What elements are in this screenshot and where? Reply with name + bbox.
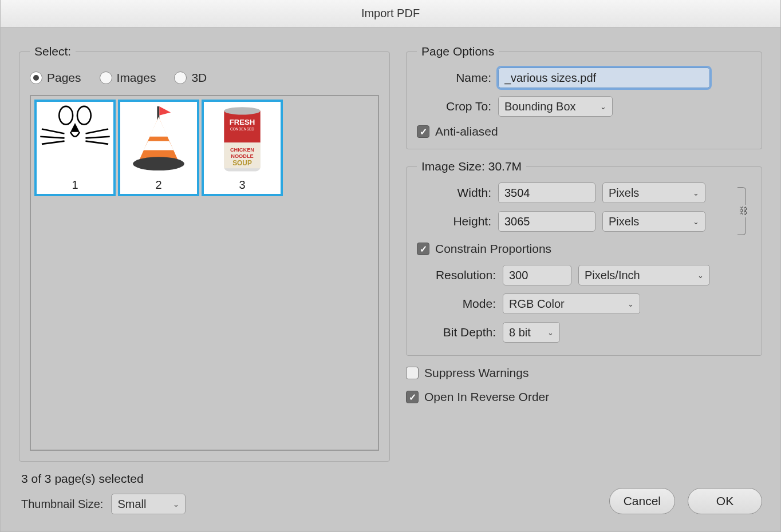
thumbnail-image-cat [37, 102, 113, 177]
checkbox-icon: ✓ [417, 125, 429, 138]
crop-to-value: Bounding Box [504, 100, 576, 113]
svg-point-1 [59, 106, 73, 125]
svg-text:CHICKEN: CHICKEN [230, 147, 254, 153]
crop-to-select[interactable]: Bounding Box ⌄ [498, 96, 613, 117]
open-reverse-order-checkbox[interactable]: ✓ Open In Reverse Order [406, 390, 762, 404]
radio-pages[interactable]: Pages [30, 71, 81, 85]
bit-depth-value: 8 bit [509, 326, 531, 339]
width-unit-select[interactable]: Pixels ⌄ [602, 182, 705, 203]
name-input[interactable] [498, 68, 710, 88]
thumbnail-image-soup-can: FRESH CONDENSED CHICKEN NOODLE SOUP [204, 102, 281, 177]
chevron-down-icon: ⌄ [173, 500, 179, 509]
thumbnail-page-2[interactable]: 2 [118, 100, 199, 196]
thumbnail-size-select[interactable]: Small ⌄ [111, 494, 186, 514]
crop-to-label: Crop To: [417, 100, 491, 113]
height-unit-select[interactable]: Pixels ⌄ [602, 211, 705, 232]
thumbnail-size-value: Small [117, 498, 146, 511]
radio-images[interactable]: Images [100, 71, 156, 85]
image-size-legend: Image Size: 30.7M [417, 160, 526, 173]
svg-text:FRESH: FRESH [230, 118, 255, 126]
thumbnail-size-row: Thumbnail Size: Small ⌄ [21, 494, 390, 514]
width-input[interactable] [498, 182, 595, 203]
svg-text:NOODLE: NOODLE [231, 153, 254, 159]
select-fieldset: Select: Pages Images 3D [19, 45, 390, 462]
bit-depth-select[interactable]: 8 bit ⌄ [503, 322, 560, 343]
suppress-warnings-label: Suppress Warnings [424, 366, 528, 380]
constrain-link-bracket[interactable]: ⛓ [735, 182, 751, 240]
thumbnail-number: 3 [239, 178, 245, 192]
suppress-warnings-checkbox[interactable]: Suppress Warnings [406, 366, 762, 380]
chevron-down-icon: ⌄ [693, 217, 699, 226]
svg-point-15 [133, 157, 184, 170]
thumbnail-page-3[interactable]: FRESH CONDENSED CHICKEN NOODLE SOUP 3 [202, 100, 283, 196]
thumbnail-size-label: Thumbnail Size: [21, 498, 103, 511]
mode-label: Mode: [417, 297, 496, 311]
image-size-fieldset: Image Size: 30.7M Width: Pixels ⌄ H [406, 160, 762, 356]
radio-label: Pages [47, 71, 81, 85]
dialog-button-row: Cancel OK [406, 471, 762, 514]
chevron-down-icon: ⌄ [693, 189, 699, 197]
resolution-input[interactable] [503, 265, 571, 285]
page-options-legend: Page Options [417, 45, 499, 58]
radio-icon [30, 72, 42, 84]
pages-selected-status: 3 of 3 page(s) selected [21, 472, 390, 486]
height-input[interactable] [498, 211, 595, 232]
resolution-unit-select[interactable]: Pixels/Inch ⌄ [578, 265, 710, 285]
resolution-unit-value: Pixels/Inch [585, 269, 640, 282]
resolution-label: Resolution: [417, 268, 496, 282]
select-radio-group: Pages Images 3D [30, 68, 379, 95]
thumbnail-number: 1 [72, 178, 78, 192]
radio-label: 3D [191, 71, 207, 85]
chevron-down-icon: ⌄ [628, 300, 634, 308]
right-column: Page Options Name: Crop To: Bounding Box… [406, 45, 762, 514]
checkbox-icon: ✓ [406, 391, 419, 403]
svg-marker-14 [144, 141, 174, 150]
svg-point-20 [224, 107, 260, 114]
anti-aliased-checkbox[interactable]: ✓ Anti-aliased [417, 125, 751, 138]
radio-icon [100, 72, 112, 84]
cancel-button[interactable]: Cancel [609, 488, 675, 514]
bit-depth-label: Bit Depth: [417, 325, 496, 339]
height-unit-value: Pixels [609, 215, 639, 228]
thumbnail-list[interactable]: 1 [30, 95, 379, 451]
svg-text:CONDENSED: CONDENSED [230, 127, 254, 131]
mode-value: RGB Color [509, 297, 565, 311]
thumbnail-number: 2 [155, 178, 161, 192]
dialog-title: Import PDF [1, 0, 780, 27]
svg-text:SOUP: SOUP [232, 159, 252, 167]
anti-aliased-label: Anti-aliased [435, 125, 498, 138]
radio-3d[interactable]: 3D [174, 71, 207, 85]
link-icon: ⛓ [739, 205, 748, 217]
chevron-down-icon: ⌄ [600, 102, 606, 111]
mode-select[interactable]: RGB Color ⌄ [503, 293, 640, 314]
svg-rect-0 [37, 102, 113, 177]
select-legend: Select: [30, 45, 76, 58]
checkbox-icon [406, 367, 419, 379]
thumbnail-page-1[interactable]: 1 [34, 100, 116, 196]
chevron-down-icon: ⌄ [697, 271, 704, 280]
constrain-proportions-checkbox[interactable]: ✓ Constrain Proportions [417, 242, 751, 256]
name-label: Name: [417, 71, 491, 85]
open-reverse-order-label: Open In Reverse Order [424, 390, 549, 404]
height-label: Height: [417, 215, 491, 228]
radio-icon [174, 72, 187, 84]
width-label: Width: [417, 186, 491, 200]
thumbnail-image-buoy [120, 102, 197, 177]
constrain-proportions-label: Constrain Proportions [435, 242, 551, 256]
checkbox-icon: ✓ [417, 243, 429, 255]
import-pdf-dialog: Import PDF Select: Pages Images [0, 0, 781, 532]
radio-label: Images [117, 71, 156, 85]
page-options-fieldset: Page Options Name: Crop To: Bounding Box… [406, 45, 762, 149]
chevron-down-icon: ⌄ [547, 328, 554, 337]
left-column: Select: Pages Images 3D [19, 45, 390, 514]
ok-button[interactable]: OK [688, 488, 762, 514]
dialog-body: Select: Pages Images 3D [1, 27, 780, 531]
width-unit-value: Pixels [609, 186, 639, 200]
svg-point-2 [77, 106, 91, 125]
